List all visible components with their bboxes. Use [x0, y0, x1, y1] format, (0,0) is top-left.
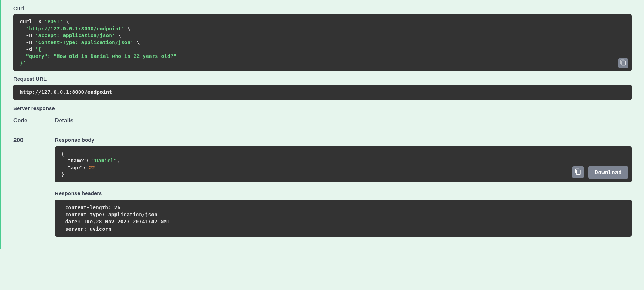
response-row: 200 Response body { "name": "Daniel", "a…: [13, 129, 632, 237]
response-table-header: Code Details: [13, 114, 632, 129]
curl-text: curl -X 'POST' \ 'http://127.0.0.1:8000/…: [20, 19, 177, 66]
response-container: Curl curl -X 'POST' \ 'http://127.0.0.1:…: [1, 0, 644, 237]
response-body-text: { "name": "Daniel", "age": 22 }: [61, 151, 120, 177]
status-code: 200: [13, 137, 55, 237]
copy-response-button[interactable]: [572, 166, 584, 178]
details-header: Details: [55, 117, 73, 124]
code-header: Code: [13, 117, 55, 124]
response-headers-block: content-length: 26 content-type: applica…: [55, 200, 632, 237]
curl-label: Curl: [13, 5, 632, 11]
curl-block: curl -X 'POST' \ 'http://127.0.0.1:8000/…: [13, 14, 632, 71]
clipboard-icon: [620, 59, 626, 67]
copy-curl-button[interactable]: [618, 58, 628, 68]
request-url-block: http://127.0.0.1:8000/endpoint: [13, 85, 632, 100]
response-body-block: { "name": "Daniel", "age": 22 }Download: [55, 146, 632, 182]
response-body-label: Response body: [55, 137, 632, 143]
download-button[interactable]: Download: [588, 166, 628, 179]
response-headers-label: Response headers: [55, 190, 632, 196]
response-headers-text: content-length: 26 content-type: applica…: [62, 205, 173, 232]
response-actions: Download: [572, 166, 628, 179]
request-url-label: Request URL: [13, 76, 632, 82]
response-details: Response body { "name": "Daniel", "age":…: [55, 137, 632, 237]
request-url-text: http://127.0.0.1:8000/endpoint: [20, 89, 112, 95]
clipboard-icon: [575, 168, 581, 176]
server-response-label: Server response: [13, 105, 632, 111]
